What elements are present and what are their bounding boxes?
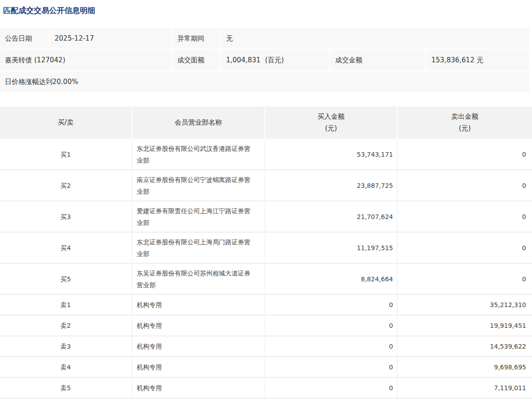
abnormal-period-label: 异常期间 xyxy=(172,28,220,49)
table-row: 买1 东北证券股份有限公司武汉香港路证券营业部 53,743,171 0 xyxy=(0,139,532,170)
side-cell: 卖3 xyxy=(0,336,132,357)
trade-table: 买/卖 会员营业部名称 买入金额 (元) 卖出金额 (元) 买1 东北证券股份有… xyxy=(0,107,532,399)
side-cell: 买1 xyxy=(0,139,132,170)
table-row: 卖1 机构专用 0 35,212,310 xyxy=(0,294,532,315)
table-row: 卖3 机构专用 0 14,539,622 xyxy=(0,336,532,357)
side-cell: 卖1 xyxy=(0,294,132,315)
abnormal-period-value: 无 xyxy=(221,28,529,49)
info-row-security: 嘉美转债 (127042) 成交面额 1,004,831 (百元) 成交金额 1… xyxy=(0,50,529,70)
buy-amount-cell: 0 xyxy=(265,357,397,378)
sell-amount-cell: 7,119,011 xyxy=(397,378,532,398)
side-cell: 买5 xyxy=(0,263,132,294)
buy-amount-cell: 8,824,664 xyxy=(265,263,397,294)
face-value-number: 1,004,831 xyxy=(226,56,260,64)
side-cell: 卖4 xyxy=(0,357,132,378)
buy-amount-cell: 21,707,624 xyxy=(265,201,397,232)
branch-cell: 机构专用 xyxy=(132,378,265,398)
side-cell: 买2 xyxy=(0,170,132,201)
info-row-date: 公告日期 2025-12-17 异常期间 无 xyxy=(0,28,529,49)
buy-amount-cell: 23,887,725 xyxy=(265,170,397,201)
sell-amount-cell: 35,212,310 xyxy=(397,294,532,315)
buy-amount-cell: 11,197,515 xyxy=(265,232,397,263)
sell-amount-cell: 0 xyxy=(397,170,532,201)
branch-cell: 东吴证券股份有限公司苏州相城大道证券营业部 xyxy=(132,263,265,294)
announce-date-label: 公告日期 xyxy=(0,28,49,49)
col-header-branch: 会员营业部名称 xyxy=(132,107,265,139)
branch-cell: 南京证券股份有限公司宁波锦寓路证券营业部 xyxy=(132,170,265,201)
buy-amount-cell: 53,743,171 xyxy=(265,139,397,170)
buy-amount-cell: 0 xyxy=(265,315,397,336)
face-value-value: 1,004,831 (百元) xyxy=(221,50,329,70)
trade-table-body: 买1 东北证券股份有限公司武汉香港路证券营业部 53,743,171 0 买2 … xyxy=(0,139,532,398)
sell-amount-cell: 0 xyxy=(397,139,532,170)
trade-table-header: 买/卖 会员营业部名称 买入金额 (元) 卖出金额 (元) xyxy=(0,107,532,139)
info-panel: 公告日期 2025-12-17 异常期间 无 嘉美转债 (127042) 成交面… xyxy=(0,28,529,92)
sell-amount-cell: 14,539,622 xyxy=(397,336,532,357)
turnover-value: 153,836,612 元 xyxy=(426,50,529,70)
col-header-side-label: 买/卖 xyxy=(0,117,131,128)
sell-amount-cell: 19,919,451 xyxy=(397,315,532,336)
security-name: 嘉美转债 (127042) xyxy=(0,50,171,70)
table-row: 卖2 机构专用 0 19,919,451 xyxy=(0,315,532,336)
col-header-buy: 买入金额 (元) xyxy=(265,107,397,139)
branch-cell: 机构专用 xyxy=(132,294,265,315)
branch-cell: 机构专用 xyxy=(132,315,265,336)
col-header-sell-label: 卖出金额 xyxy=(398,111,532,122)
buy-amount-cell: 0 xyxy=(265,294,397,315)
branch-cell: 东北证券股份有限公司武汉香港路证券营业部 xyxy=(132,139,265,170)
col-header-side: 买/卖 xyxy=(0,107,132,139)
col-header-sell: 卖出金额 (元) xyxy=(397,107,532,139)
buy-amount-cell: 0 xyxy=(265,378,397,398)
sell-amount-cell: 9,698,695 xyxy=(397,357,532,378)
announce-date-value: 2025-12-17 xyxy=(50,28,171,49)
trigger-note: 日价格涨幅达到20.00% xyxy=(0,71,529,92)
table-row: 买2 南京证券股份有限公司宁波锦寓路证券营业部 23,887,725 0 xyxy=(0,170,532,201)
table-row: 买5 东吴证券股份有限公司苏州相城大道证券营业部 8,824,664 0 xyxy=(0,263,532,294)
table-row: 买4 东北证券股份有限公司上海局门路证券营业部 11,197,515 0 xyxy=(0,232,532,263)
header-row: 买/卖 会员营业部名称 买入金额 (元) 卖出金额 (元) xyxy=(0,107,532,139)
sell-amount-cell: 0 xyxy=(397,263,532,294)
side-cell: 买4 xyxy=(0,232,132,263)
face-value-unit: (百元) xyxy=(265,56,284,65)
side-cell: 卖2 xyxy=(0,315,132,336)
branch-cell: 机构专用 xyxy=(132,336,265,357)
sell-amount-cell: 0 xyxy=(397,232,532,263)
col-header-buy-unit: (元) xyxy=(265,122,397,134)
buy-amount-cell: 0 xyxy=(265,336,397,357)
branch-cell: 机构专用 xyxy=(132,357,265,378)
table-row: 买3 爱建证券有限责任公司上海江宁路证券营业部 21,707,624 0 xyxy=(0,201,532,232)
col-header-buy-label: 买入金额 xyxy=(265,111,397,122)
branch-cell: 爱建证券有限责任公司上海江宁路证券营业部 xyxy=(132,201,265,232)
side-cell: 买3 xyxy=(0,201,132,232)
sell-amount-cell: 0 xyxy=(397,201,532,232)
page-title: 匹配成交交易公开信息明细 xyxy=(3,5,532,16)
info-row-trigger: 日价格涨幅达到20.00% xyxy=(0,71,529,92)
col-header-branch-label: 会员营业部名称 xyxy=(132,117,264,128)
turnover-label: 成交金额 xyxy=(330,50,426,70)
table-row: 卖5 机构专用 0 7,119,011 xyxy=(0,378,532,398)
table-row: 卖4 机构专用 0 9,698,695 xyxy=(0,357,532,378)
branch-cell: 东北证券股份有限公司上海局门路证券营业部 xyxy=(132,232,265,263)
face-value-label: 成交面额 xyxy=(172,50,220,70)
col-header-sell-unit: (元) xyxy=(398,122,532,134)
side-cell: 卖5 xyxy=(0,378,132,398)
